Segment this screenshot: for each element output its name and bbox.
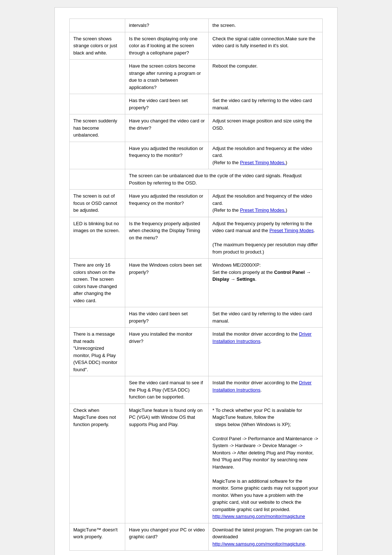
question-cell: Have the screen colors become strange af… xyxy=(125,60,209,94)
question-cell: MagicTune feature is found only on PC (V… xyxy=(125,404,209,523)
preset-timing-link3[interactable]: Preset Timing Modes xyxy=(269,228,314,233)
problem-cell: LED is blinking but no images on the scr… xyxy=(70,217,125,259)
table-row: Has the video card been set properly? Se… xyxy=(70,94,323,114)
table-row: MagicTune™ doesn't work properly. Have y… xyxy=(70,523,323,551)
col1-cell xyxy=(70,19,125,32)
answer-cell: Adjust the resolution and frequency of t… xyxy=(209,190,323,217)
answer-cell: Adjust screen image position and size us… xyxy=(209,114,323,142)
driver-install-link2[interactable]: Driver Installation Instructions xyxy=(212,380,311,393)
question-cell: Have you changed the video card or the d… xyxy=(125,114,209,142)
answer-cell: Windows ME/2000/XP:Set the colors proper… xyxy=(209,259,323,307)
preset-timing-link[interactable]: Preset Timing Modes. xyxy=(240,160,286,165)
answer-cell: Install the monitor driver according to … xyxy=(209,376,323,404)
answer-cell: Set the video card by referring to the v… xyxy=(209,94,323,114)
col3-cell: the screen. xyxy=(209,19,323,32)
problem-cell: There are only 16 colors shown on the sc… xyxy=(70,259,125,307)
table-row: There are only 16 colors shown on the sc… xyxy=(70,259,323,307)
problem-cell: Check when MagicTune does not function p… xyxy=(70,404,125,523)
table-row: Has the video card been set properly? Se… xyxy=(70,307,323,328)
table-row: The screen can be unbalanced due to the … xyxy=(70,169,323,190)
table-row: The screen suddenly has become unbalance… xyxy=(70,114,323,142)
problem-cell: The screen suddenly has become unbalance… xyxy=(70,114,125,142)
problem-cell xyxy=(70,169,125,190)
table-row: Check when MagicTune does not function p… xyxy=(70,404,323,523)
problem-cell: The screen is out of focus or OSD cannot… xyxy=(70,190,125,217)
combined-cell: The screen can be unbalanced due to the … xyxy=(125,169,323,190)
samsung-magictune-link2[interactable]: http://www.samsung.com/monitor/magictune xyxy=(212,541,305,547)
problem-cell xyxy=(70,60,125,94)
question-cell: See the video card manual to see if the … xyxy=(125,376,209,404)
answer-cell: Adjust the resolution and frequency at t… xyxy=(209,142,323,169)
table-row: There is a message that reads "Unrecogni… xyxy=(70,328,323,376)
samsung-magictune-link1[interactable]: http://www.samsung.com/monitor/magictune xyxy=(212,514,305,519)
problem-cell xyxy=(70,142,125,169)
table-row: intervals? the screen. xyxy=(70,19,323,32)
table-row: The screen is out of focus or OSD cannot… xyxy=(70,190,323,217)
question-cell: Have you adjusted the resolution or freq… xyxy=(125,142,209,169)
col2-cell: intervals? xyxy=(125,19,209,32)
question-cell: Has the video card been set properly? xyxy=(125,307,209,328)
answer-cell: * To check whether your PC is available … xyxy=(209,404,323,523)
question-cell: Have you installed the monitor driver? xyxy=(125,328,209,376)
problem-cell: MagicTune™ doesn't work properly. xyxy=(70,523,125,551)
answer-cell: Download the latest program. The program… xyxy=(209,523,323,551)
table-row: LED is blinking but no images on the scr… xyxy=(70,217,323,259)
driver-install-link1[interactable]: Driver Installation Instructions xyxy=(212,331,311,344)
question-cell: Have the Windows colors been set properl… xyxy=(125,259,209,307)
answer-cell: Set the video card by referring to the v… xyxy=(209,307,323,328)
troubleshoot-table: intervals? the screen. The screen shows … xyxy=(69,19,323,551)
table-row: Have the screen colors become strange af… xyxy=(70,60,323,94)
question-cell: Is the frequency properly adjusted when … xyxy=(125,217,209,259)
preset-timing-link2[interactable]: Preset Timing Modes. xyxy=(240,207,286,213)
answer-cell: Install the monitor driver according to … xyxy=(209,328,323,376)
question-cell: Is the screen displaying only one color … xyxy=(125,32,209,60)
problem-cell: The screen shows strange colors or just … xyxy=(70,32,125,60)
page: intervals? the screen. The screen shows … xyxy=(54,7,338,555)
answer-cell: Check the signal cable connection.Make s… xyxy=(209,32,323,60)
answer-cell: Reboot the computer. xyxy=(209,60,323,94)
answer-cell: Adjust the frequency properly by referri… xyxy=(209,217,323,259)
question-cell: Have you changed your PC or video graphi… xyxy=(125,523,209,551)
table-row: The screen shows strange colors or just … xyxy=(70,32,323,60)
table-row: See the video card manual to see if the … xyxy=(70,376,323,404)
problem-cell xyxy=(70,376,125,404)
question-cell: Have you adjusted the resolution or freq… xyxy=(125,190,209,217)
problem-cell: There is a message that reads "Unrecogni… xyxy=(70,328,125,376)
question-cell: Has the video card been set properly? xyxy=(125,94,209,114)
problem-cell xyxy=(70,94,125,114)
problem-cell xyxy=(70,307,125,328)
table-row: Have you adjusted the resolution or freq… xyxy=(70,142,323,169)
